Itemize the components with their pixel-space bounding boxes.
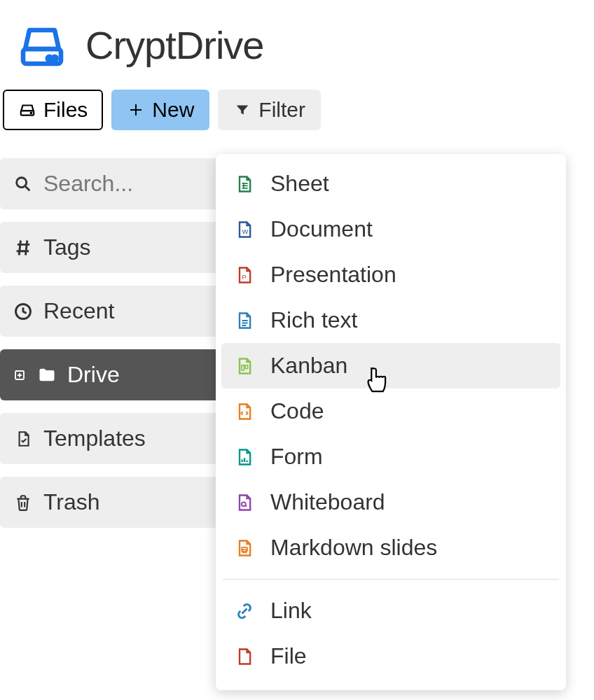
menu-item-label: File [270,643,307,669]
svg-text:W: W [242,227,249,234]
menu-item-form[interactable]: Form [221,434,560,479]
sidebar-item-label: Trash [43,489,100,515]
filter-icon [233,101,251,119]
hash-icon [13,237,34,258]
menu-item-file[interactable]: File [221,634,560,679]
svg-text:P: P [242,273,247,280]
sidebar-item-label: Templates [43,426,146,451]
new-dropdown-menu: Sheet W Document P Presentation Rich tex… [216,154,566,690]
menu-item-markdown-slides[interactable]: Markdown slides [221,525,560,570]
files-button-label: Files [43,98,88,122]
filter-button-label: Filter [258,98,305,122]
app-logo-icon [17,20,67,70]
app-title: CryptDrive [85,22,263,68]
new-button-label: New [152,98,194,122]
menu-item-kanban[interactable]: Kanban [221,343,560,388]
svg-rect-10 [242,365,244,370]
app-header: CryptDrive [0,0,594,90]
filter-button[interactable]: Filter [218,90,321,130]
drive-icon [18,101,36,119]
new-button[interactable]: New [111,90,209,130]
folder-icon [36,365,57,386]
menu-item-presentation[interactable]: P Presentation [221,252,560,298]
menu-item-label: Link [270,598,312,624]
menu-divider [223,579,559,580]
files-button[interactable]: Files [3,90,103,130]
menu-item-document[interactable]: W Document [221,206,560,252]
sidebar-item-label: Recent [43,298,114,324]
sidebar-item-label: Tags [43,234,91,260]
clock-icon [13,301,34,322]
plus-icon [127,101,145,119]
link-icon [234,601,255,622]
svg-point-12 [242,502,246,506]
file-icon [234,646,255,667]
menu-item-label: Form [270,444,323,470]
menu-item-code[interactable]: Code [221,388,560,434]
svg-point-4 [31,112,32,113]
file-markdown-slides-icon [234,538,255,559]
svg-point-5 [17,177,27,187]
search-placeholder: Search... [43,171,133,197]
menu-item-whiteboard[interactable]: Whiteboard [221,479,560,525]
trash-icon [13,492,34,513]
sidebar-item-label: Drive [67,362,120,388]
file-kanban-icon [234,356,255,377]
search-icon [13,174,34,195]
file-document-icon: W [234,219,255,240]
file-presentation-icon: P [234,265,255,286]
template-icon [13,428,34,449]
menu-item-label: Sheet [270,171,329,197]
file-whiteboard-icon [234,492,255,513]
menu-item-label: Document [270,216,373,242]
menu-item-rich-text[interactable]: Rich text [221,298,560,343]
menu-item-label: Kanban [270,353,347,379]
expand-icon[interactable] [13,365,27,386]
svg-point-2 [53,57,56,60]
file-code-icon [234,401,255,422]
toolbar: Files New Filter [0,90,594,134]
file-form-icon [234,447,255,468]
file-rich-text-icon [234,310,255,331]
menu-item-label: Presentation [270,262,396,288]
menu-item-label: Rich text [270,307,357,333]
menu-item-label: Code [270,398,324,424]
svg-point-13 [245,505,247,506]
menu-item-link[interactable]: Link [221,588,560,634]
menu-item-label: Markdown slides [270,535,437,561]
menu-item-label: Whiteboard [270,489,385,515]
file-sheet-icon [234,174,255,195]
menu-item-sheet[interactable]: Sheet [221,161,560,206]
svg-rect-11 [245,365,248,368]
